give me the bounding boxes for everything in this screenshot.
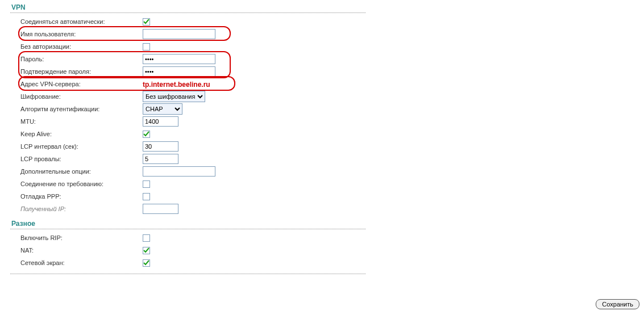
- lcp-interval-label: LCP интервал (сек):: [20, 143, 143, 150]
- row-password-confirm: Подтверждение пароля:: [10, 65, 365, 78]
- received-ip-input[interactable]: [143, 204, 178, 214]
- section-title-vpn: VPN: [10, 2, 365, 12]
- auth-algo-select[interactable]: CHAP: [143, 103, 182, 115]
- vpn-server-label: Адрес VPN-сервера:: [20, 81, 143, 87]
- row-keep-alive: Keep Alive:: [10, 128, 365, 140]
- no-auth-label: Без авторизации:: [20, 43, 143, 50]
- extra-opts-label: Дополнительные опции:: [20, 168, 143, 175]
- ppp-debug-checkbox[interactable]: [143, 193, 150, 200]
- username-input[interactable]: [143, 29, 215, 39]
- save-button[interactable]: Сохранить: [596, 299, 639, 309]
- auto-connect-checkbox[interactable]: [143, 18, 150, 26]
- keep-alive-checkbox[interactable]: [143, 131, 150, 138]
- auth-algo-label: Алгоритм аутентификации:: [20, 106, 143, 112]
- nat-label: NAT:: [20, 247, 143, 254]
- extra-opts-input[interactable]: [143, 166, 215, 177]
- row-auto-connect: Соединяться автоматически:: [10, 15, 365, 28]
- row-lcp-interval: LCP интервал (сек):: [10, 140, 365, 153]
- firewall-checkbox[interactable]: [143, 259, 150, 267]
- row-nat: NAT:: [10, 244, 365, 257]
- lcp-fails-input[interactable]: [143, 154, 178, 164]
- divider: [10, 12, 365, 13]
- divider: [10, 229, 365, 229]
- lcp-fails-label: LCP провалы:: [20, 156, 143, 162]
- auto-connect-label: Соединяться автоматически:: [20, 18, 143, 25]
- password-label: Пароль:: [20, 56, 143, 62]
- encryption-select[interactable]: Без шифрования: [143, 91, 205, 102]
- row-username: Имя пользователя:: [10, 28, 365, 40]
- nat-checkbox[interactable]: [143, 247, 150, 254]
- no-auth-checkbox[interactable]: [143, 43, 150, 51]
- divider: [10, 274, 365, 274]
- row-lcp-fails: LCP провалы:: [10, 153, 365, 165]
- username-label: Имя пользователя:: [20, 31, 143, 37]
- row-firewall: Сетевой экран:: [10, 257, 365, 269]
- password-confirm-input[interactable]: [143, 66, 215, 77]
- ppp-debug-label: Отладка PPP:: [20, 193, 143, 200]
- vpn-server-value: tp.internet.beeline.ru: [143, 80, 210, 89]
- mtu-input[interactable]: [143, 116, 178, 127]
- row-mtu: MTU:: [10, 115, 365, 128]
- row-no-auth: Без авторизации:: [10, 40, 365, 53]
- row-received-ip: Полученный IP:: [10, 203, 365, 215]
- password-input[interactable]: [143, 54, 215, 64]
- keep-alive-label: Keep Alive:: [20, 131, 143, 137]
- encryption-label: Шифрование:: [20, 93, 143, 100]
- row-rip: Включить RIP:: [10, 232, 365, 244]
- received-ip-label: Полученный IP:: [20, 205, 143, 212]
- row-on-demand: Соединение по требованию:: [10, 178, 365, 190]
- password-confirm-label: Подтверждение пароля:: [20, 68, 143, 75]
- firewall-label: Сетевой экран:: [20, 259, 143, 266]
- rip-label: Включить RIP:: [20, 234, 143, 241]
- lcp-interval-input[interactable]: [143, 141, 178, 152]
- row-vpn-server: Адрес VPN-сервера: tp.internet.beeline.r…: [10, 78, 365, 90]
- on-demand-label: Соединение по требованию:: [20, 180, 143, 187]
- on-demand-checkbox[interactable]: [143, 180, 150, 188]
- row-auth-algo: Алгоритм аутентификации: CHAP: [10, 103, 365, 115]
- mtu-label: MTU:: [20, 118, 143, 125]
- row-extra-opts: Дополнительные опции:: [10, 165, 365, 178]
- row-ppp-debug: Отладка PPP:: [10, 190, 365, 203]
- row-password: Пароль:: [10, 53, 365, 65]
- rip-checkbox[interactable]: [143, 234, 150, 242]
- row-encryption: Шифрование: Без шифрования: [10, 90, 365, 103]
- section-title-misc: Разное: [10, 219, 365, 229]
